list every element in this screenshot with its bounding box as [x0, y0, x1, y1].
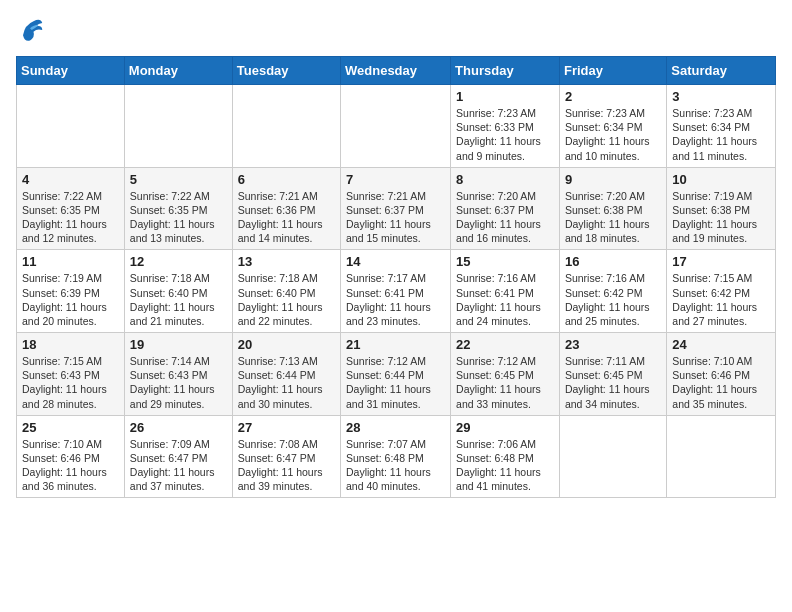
calendar-week-row: 18Sunrise: 7:15 AM Sunset: 6:43 PM Dayli… [17, 333, 776, 416]
calendar-table: SundayMondayTuesdayWednesdayThursdayFrid… [16, 56, 776, 498]
day-number: 6 [238, 172, 335, 187]
day-info: Sunrise: 7:09 AM Sunset: 6:47 PM Dayligh… [130, 437, 227, 494]
day-info: Sunrise: 7:23 AM Sunset: 6:34 PM Dayligh… [672, 106, 770, 163]
day-info: Sunrise: 7:23 AM Sunset: 6:34 PM Dayligh… [565, 106, 661, 163]
day-info: Sunrise: 7:23 AM Sunset: 6:33 PM Dayligh… [456, 106, 554, 163]
calendar-day-cell: 16Sunrise: 7:16 AM Sunset: 6:42 PM Dayli… [559, 250, 666, 333]
day-number: 15 [456, 254, 554, 269]
day-info: Sunrise: 7:20 AM Sunset: 6:38 PM Dayligh… [565, 189, 661, 246]
day-number: 24 [672, 337, 770, 352]
day-number: 11 [22, 254, 119, 269]
day-number: 10 [672, 172, 770, 187]
calendar-day-cell: 22Sunrise: 7:12 AM Sunset: 6:45 PM Dayli… [451, 333, 560, 416]
day-number: 4 [22, 172, 119, 187]
day-number: 29 [456, 420, 554, 435]
calendar-day-cell: 5Sunrise: 7:22 AM Sunset: 6:35 PM Daylig… [124, 167, 232, 250]
calendar-day-cell: 19Sunrise: 7:14 AM Sunset: 6:43 PM Dayli… [124, 333, 232, 416]
day-info: Sunrise: 7:13 AM Sunset: 6:44 PM Dayligh… [238, 354, 335, 411]
day-number: 18 [22, 337, 119, 352]
day-info: Sunrise: 7:21 AM Sunset: 6:36 PM Dayligh… [238, 189, 335, 246]
calendar-week-row: 25Sunrise: 7:10 AM Sunset: 6:46 PM Dayli… [17, 415, 776, 498]
day-number: 5 [130, 172, 227, 187]
day-number: 3 [672, 89, 770, 104]
day-number: 9 [565, 172, 661, 187]
calendar-week-row: 1Sunrise: 7:23 AM Sunset: 6:33 PM Daylig… [17, 85, 776, 168]
day-number: 13 [238, 254, 335, 269]
weekday-header-row: SundayMondayTuesdayWednesdayThursdayFrid… [17, 57, 776, 85]
calendar-day-cell: 1Sunrise: 7:23 AM Sunset: 6:33 PM Daylig… [451, 85, 560, 168]
day-info: Sunrise: 7:17 AM Sunset: 6:41 PM Dayligh… [346, 271, 445, 328]
day-number: 17 [672, 254, 770, 269]
calendar-day-cell [232, 85, 340, 168]
calendar-day-cell: 26Sunrise: 7:09 AM Sunset: 6:47 PM Dayli… [124, 415, 232, 498]
calendar-week-row: 4Sunrise: 7:22 AM Sunset: 6:35 PM Daylig… [17, 167, 776, 250]
calendar-day-cell: 17Sunrise: 7:15 AM Sunset: 6:42 PM Dayli… [667, 250, 776, 333]
calendar-day-cell: 13Sunrise: 7:18 AM Sunset: 6:40 PM Dayli… [232, 250, 340, 333]
calendar-day-cell: 8Sunrise: 7:20 AM Sunset: 6:37 PM Daylig… [451, 167, 560, 250]
day-info: Sunrise: 7:16 AM Sunset: 6:41 PM Dayligh… [456, 271, 554, 328]
calendar-day-cell: 3Sunrise: 7:23 AM Sunset: 6:34 PM Daylig… [667, 85, 776, 168]
day-info: Sunrise: 7:18 AM Sunset: 6:40 PM Dayligh… [130, 271, 227, 328]
day-number: 21 [346, 337, 445, 352]
day-number: 16 [565, 254, 661, 269]
weekday-header-cell: Thursday [451, 57, 560, 85]
day-info: Sunrise: 7:15 AM Sunset: 6:42 PM Dayligh… [672, 271, 770, 328]
day-info: Sunrise: 7:16 AM Sunset: 6:42 PM Dayligh… [565, 271, 661, 328]
day-number: 1 [456, 89, 554, 104]
weekday-header-cell: Tuesday [232, 57, 340, 85]
day-info: Sunrise: 7:07 AM Sunset: 6:48 PM Dayligh… [346, 437, 445, 494]
calendar-day-cell [667, 415, 776, 498]
day-info: Sunrise: 7:15 AM Sunset: 6:43 PM Dayligh… [22, 354, 119, 411]
calendar-day-cell: 7Sunrise: 7:21 AM Sunset: 6:37 PM Daylig… [341, 167, 451, 250]
day-info: Sunrise: 7:14 AM Sunset: 6:43 PM Dayligh… [130, 354, 227, 411]
day-number: 12 [130, 254, 227, 269]
day-number: 20 [238, 337, 335, 352]
day-number: 22 [456, 337, 554, 352]
day-info: Sunrise: 7:10 AM Sunset: 6:46 PM Dayligh… [672, 354, 770, 411]
weekday-header-cell: Wednesday [341, 57, 451, 85]
calendar-day-cell [17, 85, 125, 168]
calendar-day-cell: 10Sunrise: 7:19 AM Sunset: 6:38 PM Dayli… [667, 167, 776, 250]
day-number: 23 [565, 337, 661, 352]
calendar-day-cell: 4Sunrise: 7:22 AM Sunset: 6:35 PM Daylig… [17, 167, 125, 250]
day-number: 25 [22, 420, 119, 435]
day-info: Sunrise: 7:22 AM Sunset: 6:35 PM Dayligh… [130, 189, 227, 246]
calendar-body: 1Sunrise: 7:23 AM Sunset: 6:33 PM Daylig… [17, 85, 776, 498]
day-info: Sunrise: 7:18 AM Sunset: 6:40 PM Dayligh… [238, 271, 335, 328]
day-info: Sunrise: 7:19 AM Sunset: 6:39 PM Dayligh… [22, 271, 119, 328]
day-number: 14 [346, 254, 445, 269]
calendar-day-cell: 24Sunrise: 7:10 AM Sunset: 6:46 PM Dayli… [667, 333, 776, 416]
calendar-day-cell: 23Sunrise: 7:11 AM Sunset: 6:45 PM Dayli… [559, 333, 666, 416]
calendar-day-cell: 12Sunrise: 7:18 AM Sunset: 6:40 PM Dayli… [124, 250, 232, 333]
calendar-day-cell: 28Sunrise: 7:07 AM Sunset: 6:48 PM Dayli… [341, 415, 451, 498]
day-info: Sunrise: 7:12 AM Sunset: 6:45 PM Dayligh… [456, 354, 554, 411]
weekday-header-cell: Friday [559, 57, 666, 85]
calendar-day-cell: 18Sunrise: 7:15 AM Sunset: 6:43 PM Dayli… [17, 333, 125, 416]
day-info: Sunrise: 7:22 AM Sunset: 6:35 PM Dayligh… [22, 189, 119, 246]
day-number: 26 [130, 420, 227, 435]
day-number: 8 [456, 172, 554, 187]
logo-bird-icon [16, 16, 44, 44]
calendar-day-cell: 15Sunrise: 7:16 AM Sunset: 6:41 PM Dayli… [451, 250, 560, 333]
day-number: 19 [130, 337, 227, 352]
calendar-day-cell [341, 85, 451, 168]
calendar-day-cell: 29Sunrise: 7:06 AM Sunset: 6:48 PM Dayli… [451, 415, 560, 498]
calendar-day-cell [559, 415, 666, 498]
calendar-day-cell: 27Sunrise: 7:08 AM Sunset: 6:47 PM Dayli… [232, 415, 340, 498]
calendar-week-row: 11Sunrise: 7:19 AM Sunset: 6:39 PM Dayli… [17, 250, 776, 333]
day-number: 28 [346, 420, 445, 435]
day-number: 2 [565, 89, 661, 104]
calendar-day-cell: 6Sunrise: 7:21 AM Sunset: 6:36 PM Daylig… [232, 167, 340, 250]
weekday-header-cell: Sunday [17, 57, 125, 85]
day-number: 27 [238, 420, 335, 435]
day-info: Sunrise: 7:06 AM Sunset: 6:48 PM Dayligh… [456, 437, 554, 494]
page-header [16, 16, 776, 44]
calendar-day-cell: 21Sunrise: 7:12 AM Sunset: 6:44 PM Dayli… [341, 333, 451, 416]
calendar-day-cell: 25Sunrise: 7:10 AM Sunset: 6:46 PM Dayli… [17, 415, 125, 498]
calendar-day-cell [124, 85, 232, 168]
weekday-header-cell: Saturday [667, 57, 776, 85]
day-info: Sunrise: 7:20 AM Sunset: 6:37 PM Dayligh… [456, 189, 554, 246]
day-info: Sunrise: 7:08 AM Sunset: 6:47 PM Dayligh… [238, 437, 335, 494]
calendar-day-cell: 11Sunrise: 7:19 AM Sunset: 6:39 PM Dayli… [17, 250, 125, 333]
day-info: Sunrise: 7:10 AM Sunset: 6:46 PM Dayligh… [22, 437, 119, 494]
